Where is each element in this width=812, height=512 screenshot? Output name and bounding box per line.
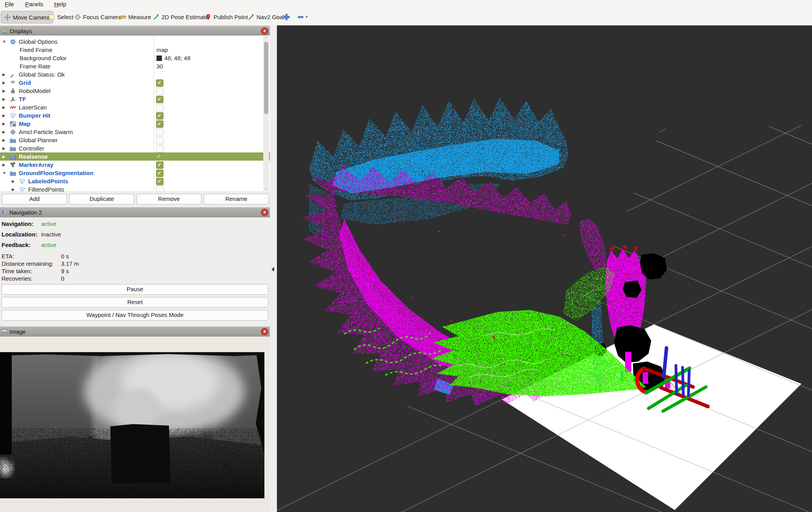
- row-filteredpoints[interactable]: ▶ FilteredPoints: [0, 185, 270, 192]
- map-checkbox[interactable]: [156, 120, 163, 128]
- bumper-hit-checkbox[interactable]: [156, 112, 163, 120]
- grid-checkbox[interactable]: [156, 79, 163, 87]
- expand-arrow-icon[interactable]: ▶: [2, 136, 7, 144]
- expand-arrow-icon[interactable]: ▶: [2, 120, 7, 128]
- select-icon: [49, 14, 55, 20]
- amcl-checkbox[interactable]: [156, 129, 163, 136]
- panel-title: Image: [9, 328, 26, 335]
- markerarray-checkbox[interactable]: [156, 161, 163, 169]
- row-bumper-hit[interactable]: ▶ Bumper Hit: [0, 111, 270, 120]
- expand-arrow-icon[interactable]: ▼: [2, 169, 7, 177]
- row-global-planner[interactable]: ▶ Global Planner: [0, 136, 270, 144]
- expand-arrow-icon[interactable]: ▶: [12, 177, 16, 185]
- row-fixed-frame[interactable]: Fixed Frame map: [0, 46, 270, 54]
- expand-arrow-icon[interactable]: ▶: [12, 185, 16, 192]
- frame-rate-value[interactable]: 30: [156, 62, 163, 70]
- row-grid[interactable]: ▶ Grid: [0, 79, 270, 87]
- plus-icon: [283, 14, 290, 20]
- menu-help[interactable]: Help: [49, 0, 71, 9]
- groundfloorsegmentation-checkbox[interactable]: [156, 170, 163, 177]
- displays-tree: ▼ Global Options Fixed Frame map Backgro…: [0, 36, 270, 192]
- robotmodel-checkbox[interactable]: [156, 88, 163, 95]
- laserscan-checkbox[interactable]: [156, 104, 163, 111]
- tool-label: Publish Point: [214, 14, 248, 20]
- global-planner-checkbox[interactable]: [156, 137, 163, 144]
- duplicate-button[interactable]: Duplicate: [69, 194, 134, 204]
- color-swatch: [156, 55, 162, 61]
- expand-arrow-icon[interactable]: ▶: [2, 111, 7, 120]
- row-global-status[interactable]: ▶ ✓ Global Status: Ok: [0, 70, 270, 79]
- controller-checkbox[interactable]: [156, 145, 163, 152]
- row-map[interactable]: ▶ Map: [0, 120, 270, 128]
- tf-checkbox[interactable]: [156, 96, 163, 103]
- row-controller[interactable]: ▶ Controller: [0, 144, 270, 152]
- tree-scrollbar[interactable]: ⌃ ⌄: [263, 36, 269, 191]
- menu-file[interactable]: File: [0, 0, 19, 9]
- scroll-up-icon[interactable]: ⌃: [264, 36, 268, 40]
- dropdown-caret-icon[interactable]: ▾: [306, 15, 308, 19]
- row-frame-rate[interactable]: Frame Rate 30: [0, 62, 270, 70]
- publish-point-icon: [205, 14, 212, 20]
- expand-arrow-icon[interactable]: ▶: [2, 95, 7, 103]
- remove-button[interactable]: Remove: [137, 194, 201, 204]
- 3d-viewport[interactable]: [277, 25, 812, 512]
- close-icon[interactable]: x: [261, 209, 268, 216]
- folder-icon: [10, 170, 16, 176]
- grid-icon: [10, 80, 16, 86]
- displays-panel-header[interactable]: Displays x: [0, 26, 270, 36]
- time-metric: Time taken:9 s: [2, 268, 32, 274]
- tool-publish-point[interactable]: Publish Point: [202, 11, 251, 23]
- close-icon[interactable]: x: [261, 27, 268, 35]
- row-robotmodel[interactable]: ▶ RobotModel: [0, 87, 270, 95]
- pause-button[interactable]: Pause: [2, 284, 268, 295]
- close-icon[interactable]: x: [261, 328, 268, 335]
- row-groundfloorsegmentation[interactable]: ▼ GroundFloorSegmentation: [0, 169, 270, 177]
- expand-arrow-icon[interactable]: ▶: [2, 128, 7, 136]
- fixed-frame-value[interactable]: map: [156, 46, 168, 54]
- expand-arrow-icon[interactable]: ▶: [2, 103, 7, 111]
- amcl-icon: [10, 129, 16, 135]
- filteredpoints-checkbox[interactable]: [156, 186, 163, 192]
- displays-icon: [2, 28, 8, 34]
- tool-measure[interactable]: Measure: [117, 11, 154, 23]
- expand-arrow-icon[interactable]: ▶: [2, 161, 7, 169]
- add-button[interactable]: Add: [2, 194, 67, 204]
- expand-arrow-icon[interactable]: ▶: [2, 79, 7, 87]
- realsense-checkbox[interactable]: [156, 153, 163, 160]
- feedback-status: Feedback:active: [2, 242, 31, 248]
- image-icon: [2, 329, 7, 335]
- waypoint-mode-button[interactable]: Waypoint / Nav Through Poses Mode: [2, 310, 268, 320]
- row-laserscan[interactable]: ▶ LaserScan: [0, 103, 270, 111]
- scrollbar-thumb[interactable]: [264, 42, 268, 114]
- row-background-color[interactable]: Background Color 48; 48; 48: [0, 54, 270, 62]
- row-global-options[interactable]: ▼ Global Options: [0, 38, 270, 46]
- expand-arrow-icon[interactable]: ▶: [2, 144, 7, 152]
- tool-label: Measure: [128, 14, 151, 20]
- expand-arrow-icon[interactable]: ▶: [2, 152, 7, 161]
- labeledpoints-checkbox[interactable]: [156, 178, 163, 185]
- collapse-panel-icon[interactable]: [271, 267, 274, 272]
- row-labeledpoints[interactable]: ▶ LabeledPoints: [0, 177, 270, 185]
- rviz-window: File Panels Help Move Camera Select Focu…: [0, 0, 812, 512]
- folder-icon: [10, 154, 16, 160]
- rename-button[interactable]: Rename: [204, 194, 269, 204]
- tool-add-display[interactable]: [280, 11, 293, 23]
- distance-metric: Distance remaining:3.17 m: [2, 260, 54, 267]
- row-markerarray[interactable]: ▶ MarkerArray: [0, 161, 270, 169]
- image-panel: Image x: [0, 326, 270, 512]
- tool-remove-display[interactable]: ▾: [294, 11, 311, 23]
- menu-panels[interactable]: Panels: [20, 0, 48, 9]
- background-color-value[interactable]: 48; 48; 48: [156, 54, 190, 62]
- expand-arrow-icon[interactable]: ▶: [2, 70, 7, 79]
- expand-arrow-icon[interactable]: ▼: [2, 38, 7, 46]
- panel-title: Displays: [10, 28, 32, 34]
- nav2-panel-header[interactable]: Navigation 2 x: [0, 207, 270, 217]
- row-amcl[interactable]: ▶ Amcl Particle Swarm: [0, 128, 270, 136]
- row-tf[interactable]: ▶ TF: [0, 95, 270, 103]
- image-panel-header[interactable]: Image x: [0, 326, 270, 337]
- scroll-down-icon[interactable]: ⌄: [264, 187, 268, 191]
- row-realsense[interactable]: ▶ Realsense: [0, 152, 270, 161]
- panel-splitter[interactable]: [270, 25, 277, 512]
- reset-button[interactable]: Reset: [2, 297, 268, 308]
- expand-arrow-icon[interactable]: ▶: [2, 87, 7, 95]
